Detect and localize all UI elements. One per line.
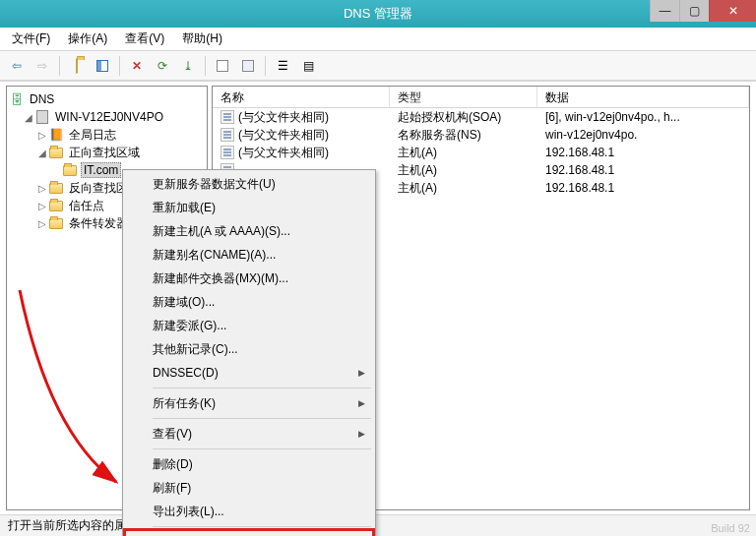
menu-view[interactable]: 查看(V) xyxy=(119,29,170,49)
expand-toggle[interactable]: ▷ xyxy=(36,201,48,211)
menu-separator xyxy=(153,526,371,527)
cell-type: 主机(A) xyxy=(390,145,537,161)
up-button[interactable] xyxy=(66,55,88,77)
collapse-toggle[interactable]: ◢ xyxy=(36,148,48,158)
menu-new-cname[interactable]: 新建别名(CNAME)(A)... xyxy=(125,243,373,267)
toolbar-separator xyxy=(59,56,60,76)
menu-new-mx[interactable]: 新建邮件交换器(MX)(M)... xyxy=(125,267,373,290)
expand-toggle[interactable]: ▷ xyxy=(36,130,48,141)
toolbar-separator xyxy=(119,56,120,76)
menu-view[interactable]: 查看(V) xyxy=(125,422,373,446)
tree-server[interactable]: WIN-V12EJ0NV4PO xyxy=(53,110,165,124)
cell-data: 192.168.48.1 xyxy=(537,181,749,195)
toolbar-separator xyxy=(205,56,206,76)
col-type[interactable]: 类型 xyxy=(390,87,537,107)
table-row[interactable]: (与父文件夹相同)主机(A)192.168.48.1 xyxy=(213,144,749,161)
menu-reload[interactable]: 重新加载(E) xyxy=(125,196,373,219)
server-icon xyxy=(34,109,50,125)
zone-icon xyxy=(62,162,78,178)
export-button[interactable]: ⤓ xyxy=(177,55,199,77)
filter-icon: ☰ xyxy=(278,59,288,73)
refresh-icon: ⟳ xyxy=(158,59,167,73)
cell-type: 主机(A) xyxy=(390,162,537,179)
expand-toggle[interactable]: ▷ xyxy=(36,183,48,194)
cell-data: 192.168.48.1 xyxy=(537,146,749,159)
cell-type: 名称服务器(NS) xyxy=(390,127,537,144)
body-panes: 🗄DNS ◢WIN-V12EJ0NV4PO ▷📙全局日志 ◢正向查找区域 IT.… xyxy=(0,81,756,514)
log-icon: 📙 xyxy=(48,127,64,143)
cell-data: win-v12ej0nv4po. xyxy=(537,128,749,142)
menu-file[interactable]: 文件(F) xyxy=(6,29,56,49)
collapse-toggle[interactable]: ◢ xyxy=(23,112,34,123)
list-button[interactable]: ▤ xyxy=(297,55,319,77)
window-title: DNS 管理器 xyxy=(344,5,412,23)
expand-toggle[interactable]: ▷ xyxy=(36,218,48,229)
cell-name: (与父文件夹相同) xyxy=(238,109,329,126)
maximize-button[interactable]: ▢ xyxy=(679,0,709,22)
table-row[interactable]: (与父文件夹相同)名称服务器(NS)win-v12ej0nv4po. xyxy=(213,126,749,144)
close-button[interactable]: ✕ xyxy=(709,0,756,22)
col-data[interactable]: 数据 xyxy=(537,87,749,107)
tree-fwd-zone[interactable]: 正向查找区域 xyxy=(67,145,142,161)
list-header: 名称 类型 数据 xyxy=(213,87,749,108)
arrow-right-icon: ⇨ xyxy=(37,59,47,73)
tree-cond[interactable]: 条件转发器 xyxy=(67,215,130,232)
delete-icon: ✕ xyxy=(132,59,142,73)
build-text: Build 92 xyxy=(711,522,750,534)
cell-name: (与父文件夹相同) xyxy=(238,127,329,144)
cell-type: 主机(A) xyxy=(390,180,537,197)
cell-name: (与父文件夹相同) xyxy=(238,145,329,161)
delete-button[interactable]: ✕ xyxy=(126,55,148,77)
tree-global-log[interactable]: 全局日志 xyxy=(67,127,118,144)
record-icon xyxy=(220,128,234,142)
record-icon xyxy=(220,146,234,159)
filter-button[interactable]: ☰ xyxy=(272,55,293,77)
menu-separator xyxy=(153,387,371,388)
tree-zone-selected[interactable]: IT.com xyxy=(81,162,121,178)
forward-button[interactable]: ⇨ xyxy=(32,55,53,77)
menu-all-tasks[interactable]: 所有任务(K) xyxy=(125,391,373,415)
help-button[interactable] xyxy=(237,55,259,77)
menu-action[interactable]: 操作(A) xyxy=(62,29,113,49)
window-controls: — ▢ ✕ xyxy=(650,0,756,22)
menu-separator xyxy=(153,418,371,419)
export-icon: ⤓ xyxy=(183,59,193,73)
menu-properties[interactable]: 属性(R) xyxy=(125,530,373,536)
cell-type: 起始授权机构(SOA) xyxy=(390,109,537,126)
properties-icon xyxy=(217,60,228,72)
menu-refresh[interactable]: 刷新(F) xyxy=(125,476,373,500)
menu-new-host[interactable]: 新建主机(A 或 AAAA)(S)... xyxy=(125,219,373,243)
list-icon: ▤ xyxy=(303,59,314,73)
menu-delete[interactable]: 删除(D) xyxy=(125,452,373,476)
menu-update-server[interactable]: 更新服务器数据文件(U) xyxy=(125,172,373,196)
folder-up-icon xyxy=(76,59,78,73)
menu-help[interactable]: 帮助(H) xyxy=(176,29,228,49)
menu-bar: 文件(F) 操作(A) 查看(V) 帮助(H) xyxy=(0,28,756,51)
menu-new-delegation[interactable]: 新建委派(G)... xyxy=(125,314,373,337)
menu-new-domain[interactable]: 新建域(O)... xyxy=(125,290,373,314)
menu-dnssec[interactable]: DNSSEC(D) xyxy=(125,361,373,385)
menu-export-list[interactable]: 导出列表(L)... xyxy=(125,500,373,523)
tree-root[interactable]: DNS xyxy=(28,92,56,106)
cell-data: [6], win-v12ej0nv4po., h... xyxy=(537,110,749,124)
toolbar-separator xyxy=(265,56,266,76)
folder-icon xyxy=(48,198,64,213)
folder-icon xyxy=(48,180,64,196)
refresh-button[interactable]: ⟳ xyxy=(152,55,173,77)
context-menu: 更新服务器数据文件(U) 重新加载(E) 新建主机(A 或 AAAA)(S)..… xyxy=(122,169,376,536)
menu-other-new[interactable]: 其他新记录(C)... xyxy=(125,337,373,361)
title-bar: DNS 管理器 — ▢ ✕ xyxy=(0,0,756,28)
arrow-left-icon: ⇦ xyxy=(12,59,22,73)
toolbar: ⇦ ⇨ ✕ ⟳ ⤓ ☰ ▤ xyxy=(0,51,756,81)
minimize-button[interactable]: — xyxy=(650,0,679,22)
panel-icon xyxy=(96,60,108,72)
dns-root-icon: 🗄 xyxy=(9,91,25,107)
table-row[interactable]: (与父文件夹相同)起始授权机构(SOA)[6], win-v12ej0nv4po… xyxy=(213,108,749,126)
status-bar: 打开当前所选内容的属性对话框。 xyxy=(0,514,756,536)
col-name[interactable]: 名称 xyxy=(213,87,390,107)
properties-button[interactable] xyxy=(212,55,233,77)
show-hide-button[interactable] xyxy=(92,55,113,77)
tree-trust[interactable]: 信任点 xyxy=(67,198,106,214)
back-button[interactable]: ⇦ xyxy=(6,55,28,77)
record-icon xyxy=(220,110,234,124)
